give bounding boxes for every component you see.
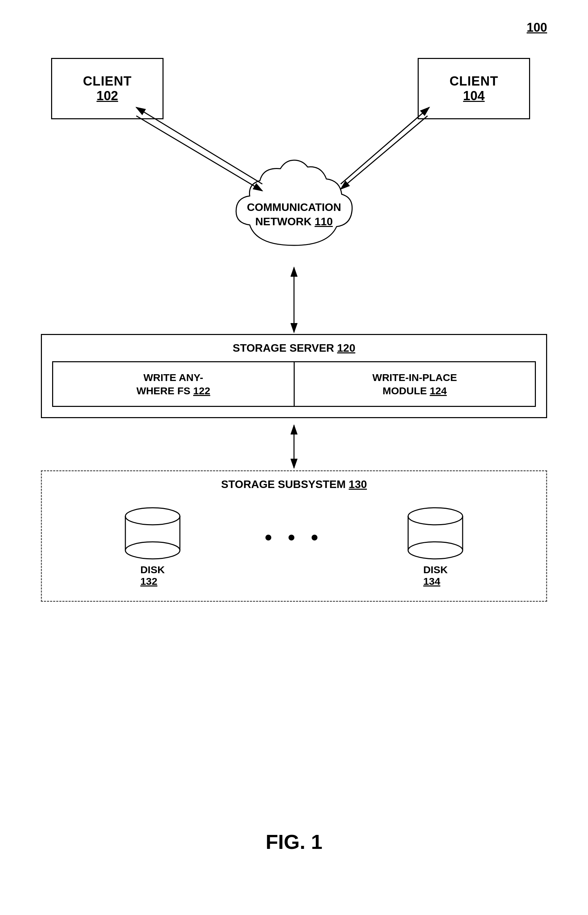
communication-network: COMMUNICATION NETWORK 110 — [223, 157, 365, 266]
write-in-place-label: WRITE-IN-PLACEMODULE 124 — [302, 371, 528, 397]
svg-point-4 — [125, 542, 180, 559]
storage-server-box: STORAGE SERVER 120 WRITE ANY-WHERE FS 12… — [41, 334, 547, 418]
network-label-line1: COMMUNICATION — [247, 200, 341, 215]
storage-subsystem-box: STORAGE SUBSYSTEM 130 DISK — [41, 470, 547, 602]
figure-caption: FIG. 1 — [266, 830, 323, 854]
client-102-box: CLIENT 102 — [51, 58, 163, 119]
dots-separator: • • • — [265, 525, 323, 549]
diagram-container: 100 CLIENT 102 CLIENT 104 COMMUNICATION … — [0, 0, 588, 915]
disk-134-container: DISK 134 — [401, 501, 470, 587]
disk-134-svg — [401, 501, 470, 562]
modules-row: WRITE ANY-WHERE FS 122 WRITE-IN-PLACEMOD… — [52, 361, 536, 407]
write-anywhere-module-box: WRITE ANY-WHERE FS 122 — [53, 362, 295, 406]
client-102-number: 102 — [97, 89, 118, 103]
client-104-box: CLIENT 104 — [418, 58, 530, 119]
network-label-line2: NETWORK 110 — [247, 215, 341, 229]
client-104-label: CLIENT — [449, 74, 498, 89]
client-104-number: 104 — [463, 89, 485, 103]
disk-132-label: DISK 132 — [141, 564, 165, 587]
disk-132-svg — [118, 501, 187, 562]
arrows-overlay-svg — [0, 0, 588, 915]
storage-server-label: STORAGE SERVER 120 — [52, 342, 536, 354]
client-102-label: CLIENT — [83, 74, 131, 89]
network-label: COMMUNICATION NETWORK 110 — [247, 200, 341, 229]
write-in-place-module-box: WRITE-IN-PLACEMODULE 124 — [295, 362, 535, 406]
svg-point-9 — [408, 542, 463, 559]
figure-reference-number: 100 — [527, 21, 547, 35]
disk-132-container: DISK 132 — [118, 501, 187, 587]
storage-subsystem-label: STORAGE SUBSYSTEM 130 — [52, 478, 536, 491]
disks-row: DISK 132 • • • DISK 134 — [52, 501, 536, 587]
disk-134-label: DISK 134 — [423, 564, 447, 587]
write-anywhere-label: WRITE ANY-WHERE FS 122 — [60, 371, 287, 397]
